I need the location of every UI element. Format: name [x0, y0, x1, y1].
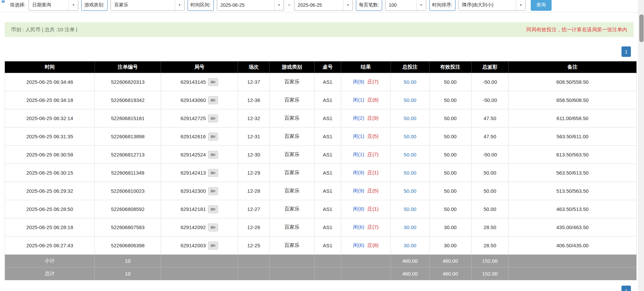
search-button[interactable]: 查询: [531, 0, 552, 11]
page-button[interactable]: 1: [621, 286, 631, 291]
round-number: 629142181: [180, 206, 206, 212]
session-number: 12-26: [238, 218, 270, 237]
valid-bet: 50.00: [429, 164, 471, 182]
sort-order-value: 降序(由大到小): [462, 2, 493, 8]
remark: 463.50/513.50: [509, 200, 637, 218]
total-bet-link[interactable]: 30.00: [404, 243, 416, 248]
bet-time: 2025-06-25 06:27:43: [5, 237, 95, 255]
total-bet-link[interactable]: 50.00: [404, 134, 416, 139]
payout: -50.00: [471, 146, 509, 164]
currency-total-text: 币别 : 人民币 | 总共 :10 注单 |: [11, 27, 77, 33]
total-row: 总计 10 460.00 460.00 152.00: [5, 267, 637, 280]
chevron-down-icon: ▼: [516, 0, 525, 10]
subtotal-payout: 152.00: [471, 255, 509, 267]
col-header-bet-no: 注单编号: [94, 62, 161, 73]
bet-number: 522606811349: [94, 164, 161, 182]
round-replay-icon[interactable]: [208, 151, 218, 159]
round-replay-icon[interactable]: [208, 133, 218, 141]
valid-bet: 50.00: [429, 182, 471, 200]
round-replay-icon[interactable]: [208, 223, 218, 231]
total-label: 总计: [5, 267, 95, 280]
session-number: 12-30: [238, 146, 270, 164]
round-replay-icon[interactable]: [208, 96, 218, 104]
date-from-select[interactable]: 2025-06-25 ▼: [217, 0, 284, 11]
filter-type-label: 筛选择:: [10, 2, 26, 8]
bet-number: 522606806398: [94, 237, 161, 255]
result-banker: 庄(1): [367, 170, 378, 175]
chevron-down-icon: ▼: [274, 0, 284, 10]
partial-link-fragment[interactable]: [2, 0, 5, 3]
session-number: 12-27: [238, 200, 270, 218]
col-header-remark: 备注: [509, 62, 637, 73]
round-number: 629142092: [180, 224, 206, 230]
table-row: 2025-06-25 06:30:58 522606812713 6291425…: [5, 146, 637, 164]
round-replay-icon[interactable]: [208, 169, 218, 177]
valid-bet: 30.00: [429, 237, 471, 255]
payout: 47.50: [471, 109, 509, 128]
scrollbar-thumb[interactable]: [639, 14, 644, 42]
total-bet-cell: 30.00: [391, 218, 430, 237]
total-bet-link[interactable]: 50.00: [404, 152, 416, 157]
round-replay-icon[interactable]: [208, 187, 218, 195]
total-bet-link[interactable]: 50.00: [404, 79, 416, 85]
game-type-label: 游戏类别:: [81, 0, 108, 11]
round-number-cell: 629143145: [161, 73, 238, 91]
page-button[interactable]: 1: [621, 46, 631, 57]
table-number: AS1: [314, 200, 341, 218]
bet-number: 522606812713: [94, 146, 161, 164]
result-player: 闲(6): [353, 242, 364, 248]
chevron-down-icon: ▼: [175, 0, 184, 10]
bet-number: 522606819342: [94, 91, 161, 109]
remark: 611.00/658.50: [509, 109, 637, 128]
game-type-select[interactable]: 百家乐 ▼: [111, 0, 185, 11]
round-number: 629142616: [180, 134, 206, 139]
filter-type-select[interactable]: 日期查询 ▼: [29, 0, 78, 11]
table-header-row: 时间 注单编号 局号 场次 游戏类别 桌号 结果 总投注 有效投注 总派彩 备注: [5, 62, 637, 73]
payout: 50.00: [471, 200, 509, 218]
date-to-select[interactable]: 2025-06-25 ▼: [294, 0, 353, 11]
page-size-select[interactable]: 100 ▼: [385, 0, 426, 11]
table-number: AS1: [314, 109, 341, 128]
valid-bet: 50.00: [429, 200, 471, 218]
round-replay-icon[interactable]: [208, 205, 218, 213]
bet-time: 2025-06-25 06:28:50: [5, 200, 95, 218]
total-bet-link[interactable]: 50.00: [404, 97, 416, 103]
total-bet-link[interactable]: 50.00: [404, 188, 416, 194]
table-number: AS1: [314, 218, 341, 237]
session-number: 12-31: [238, 128, 270, 146]
total-bet-link[interactable]: 50.00: [404, 206, 416, 212]
chevron-down-icon: ▼: [343, 0, 353, 10]
total-bet-cell: 50.00: [391, 109, 430, 128]
round-replay-icon[interactable]: [208, 78, 218, 86]
sort-order-select[interactable]: 降序(由大到小) ▼: [458, 0, 526, 11]
payout: -50.00: [471, 73, 509, 91]
col-header-time: 时间: [5, 62, 95, 73]
total-count: 10: [94, 267, 161, 280]
total-bet-link[interactable]: 50.00: [404, 115, 416, 121]
table-number: AS1: [314, 146, 341, 164]
round-replay-icon[interactable]: [208, 114, 218, 122]
bet-number: 522606810023: [94, 182, 161, 200]
total-bet-link[interactable]: 30.00: [404, 224, 416, 230]
page-content: 筛选择: 日期查询 ▼ 游戏类别: 百家乐 ▼ 时间区间: 2025-06-25…: [0, 0, 638, 291]
result-player: 闲(9): [353, 170, 364, 175]
result-banker: 庄(8): [367, 97, 378, 103]
result-player: 闲(9): [353, 79, 364, 84]
game-type: 百家乐: [270, 237, 314, 255]
game-type: 百家乐: [270, 73, 314, 91]
total-total-bet: 460.00: [391, 267, 430, 280]
game-type: 百家乐: [270, 91, 314, 109]
round-number: 629142003: [180, 243, 206, 248]
total-bet-link[interactable]: 50.00: [404, 170, 416, 176]
valid-bet: 30.00: [429, 218, 471, 237]
result-banker: 庄(5): [367, 188, 378, 193]
vertical-scrollbar[interactable]: [638, 0, 644, 291]
bet-time: 2025-06-25 06:32:14: [5, 109, 95, 128]
table-row: 2025-06-25 06:28:50 522606808592 6291421…: [5, 200, 637, 218]
round-replay-icon[interactable]: [208, 242, 218, 250]
result-player: 闲(1): [353, 151, 364, 157]
total-bet-cell: 50.00: [391, 182, 430, 200]
col-header-round-no: 局号: [161, 62, 238, 73]
total-bet-cell: 50.00: [391, 91, 430, 109]
subtotal-label: 小计: [5, 255, 95, 267]
